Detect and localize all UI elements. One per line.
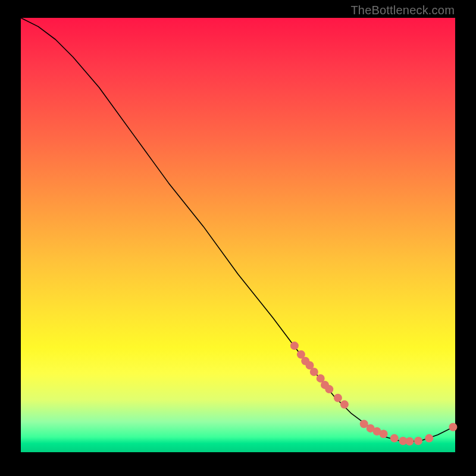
scatter-dot [414, 437, 422, 445]
scatter-dot [390, 434, 399, 443]
scatter-dot [290, 342, 299, 350]
scatter-dot [425, 434, 433, 443]
scatter-dot [340, 400, 349, 409]
scatter-dots [290, 342, 458, 446]
scatter-dot [334, 394, 342, 402]
chart-overlay [21, 18, 455, 452]
scatter-dot [405, 437, 414, 446]
chart-container: TheBottleneck.com [0, 0, 476, 476]
scatter-dot [310, 368, 318, 376]
scatter-dot [325, 385, 333, 393]
curve-line [21, 18, 455, 442]
scatter-dot [449, 423, 457, 431]
watermark-text: TheBottleneck.com [350, 4, 455, 17]
scatter-dot [380, 430, 388, 438]
plot-area [21, 18, 455, 452]
